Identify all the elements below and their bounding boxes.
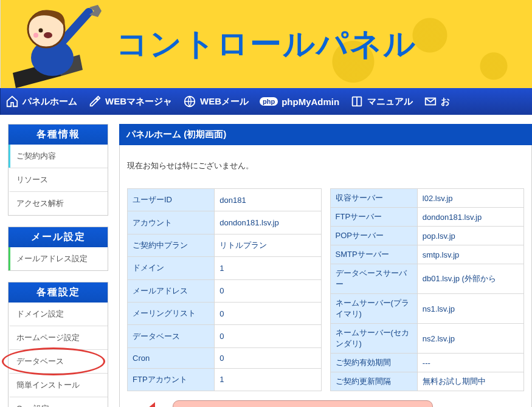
info-value: 1 xyxy=(215,368,321,391)
info-value: dondon181.lsv.jp xyxy=(417,208,523,227)
table-row: 収容サーバーl02.lsv.jp xyxy=(330,189,524,208)
info-key: ご契約有効期間 xyxy=(330,354,417,372)
table-row: ご契約中プランリトルプラン xyxy=(128,234,322,256)
sidebar-section-info: 各種情報 ご契約内容 リソース アクセス解析 xyxy=(8,124,108,216)
nav-phpmyadmin[interactable]: php phpMyAdmin xyxy=(260,97,339,107)
info-key: ユーザーID xyxy=(128,189,215,211)
sidebar-item-database[interactable]: データベース xyxy=(9,349,108,373)
info-value: 無料お試し期間中 xyxy=(417,372,523,391)
table-row: FTPアカウント1 xyxy=(128,368,322,391)
nav-contact[interactable]: お xyxy=(424,95,450,108)
callout-bubble: 「簡単インストール」をクリック xyxy=(173,400,433,407)
svg-point-2 xyxy=(39,29,43,33)
mascot-image xyxy=(1,0,110,88)
info-key: アカウント xyxy=(128,211,215,234)
table-row: ネームサーバー(セカンダリ)ns2.lsv.jp xyxy=(330,324,524,354)
nav-label: WEBマネージャ xyxy=(105,96,172,108)
top-nav: パネルホーム WEBマネージャ WEBメール php phpMyAdmin マニ… xyxy=(0,88,532,115)
nav-label: お xyxy=(441,96,450,108)
nav-web-manager[interactable]: WEBマネージャ xyxy=(88,95,172,108)
sidebar-item-homepage[interactable]: ホームページ設定 xyxy=(9,326,108,349)
header-banner: コントロールパネル xyxy=(0,0,532,88)
info-value: リトルプラン xyxy=(215,234,321,256)
info-key: ご契約更新間隔 xyxy=(330,372,417,391)
banner-title: コントロールパネル xyxy=(110,23,416,66)
sidebar-section-mail: メール設定 メールアドレス設定 xyxy=(8,227,108,271)
info-value: smtp.lsv.jp xyxy=(417,245,523,264)
nav-label: マニュアル xyxy=(367,96,413,108)
info-key: メールアドレス xyxy=(128,279,215,302)
panel-title: パネルホーム (初期画面) xyxy=(119,124,532,145)
nav-manual[interactable]: マニュアル xyxy=(350,95,413,108)
info-key: ネームサーバー(セカンダリ) xyxy=(330,324,417,354)
arrow-left-icon xyxy=(133,402,176,407)
info-value: 0 xyxy=(215,347,321,368)
table-row: FTPサーバーdondon181.lsv.jp xyxy=(330,208,524,227)
table-row: Cron0 xyxy=(128,347,322,368)
info-key: データベース xyxy=(128,325,215,347)
info-key: FTPアカウント xyxy=(128,368,215,391)
info-key: メーリングリスト xyxy=(128,302,215,324)
sidebar-item-contract[interactable]: ご契約内容 xyxy=(9,145,108,168)
info-table-right: 収容サーバーl02.lsv.jpFTPサーバーdondon181.lsv.jpP… xyxy=(330,188,525,391)
main-panel: パネルホーム (初期画面) 現在お知らせは特にございません。 ユーザーIDdon… xyxy=(119,124,532,407)
edit-icon xyxy=(88,95,102,108)
info-key: データベースサーバー xyxy=(330,264,417,294)
sidebar-item-mailaddress[interactable]: メールアドレス設定 xyxy=(9,247,108,270)
info-key: SMTPサーバー xyxy=(330,245,417,264)
sidebar-title: 各種設定 xyxy=(9,282,108,303)
home-icon xyxy=(5,95,19,108)
info-value: l02.lsv.jp xyxy=(417,189,523,208)
sidebar-item-domain[interactable]: ドメイン設定 xyxy=(9,303,108,326)
info-value: don181 xyxy=(215,189,321,211)
info-value: dondon181.lsv.jp xyxy=(215,211,321,234)
table-row: POPサーバーpop.lsv.jp xyxy=(330,227,524,245)
sidebar: 各種情報 ご契約内容 リソース アクセス解析 メール設定 メールアドレス設定 各… xyxy=(8,124,108,407)
table-row: メーリングリスト0 xyxy=(128,302,322,324)
nav-label: パネルホーム xyxy=(22,96,77,108)
sidebar-title: 各種情報 xyxy=(9,125,108,145)
info-value: --- xyxy=(417,354,523,372)
info-value: 0 xyxy=(215,325,321,347)
notice-text: 現在お知らせは特にございません。 xyxy=(127,160,524,171)
info-value: 0 xyxy=(215,302,321,324)
table-row: ご契約更新間隔無料お試し期間中 xyxy=(330,372,524,391)
sidebar-section-settings: 各種設定 ドメイン設定 ホームページ設定 データベース 簡単インストール Cro… xyxy=(8,282,108,407)
table-row: メールアドレス0 xyxy=(128,279,322,302)
table-row: ネームサーバー(プライマリ)ns1.lsv.jp xyxy=(330,294,524,324)
info-key: FTPサーバー xyxy=(330,208,417,227)
info-value: 0 xyxy=(215,279,321,302)
table-row: SMTPサーバーsmtp.lsv.jp xyxy=(330,245,524,264)
table-row: ユーザーIDdon181 xyxy=(128,189,322,211)
info-value: db01.lsv.jp (外部から xyxy=(417,264,523,294)
sidebar-item-access[interactable]: アクセス解析 xyxy=(9,191,108,215)
table-row: データベース0 xyxy=(128,325,322,347)
table-row: アカウントdondon181.lsv.jp xyxy=(128,211,322,234)
info-grid: ユーザーIDdon181アカウントdondon181.lsv.jpご契約中プラン… xyxy=(127,188,524,391)
svg-point-4 xyxy=(33,33,38,38)
book-icon xyxy=(350,95,364,108)
sidebar-title: メール設定 xyxy=(9,227,108,247)
php-icon: php xyxy=(260,97,278,106)
info-value: pop.lsv.jp xyxy=(417,227,523,245)
nav-label: WEBメール xyxy=(200,96,249,108)
info-key: ネームサーバー(プライマリ) xyxy=(330,294,417,324)
table-row: ご契約有効期間--- xyxy=(330,354,524,372)
table-row: ドメイン1 xyxy=(128,257,322,279)
info-value: ns2.lsv.jp xyxy=(417,324,523,354)
nav-web-mail[interactable]: WEBメール xyxy=(183,95,249,108)
info-key: Cron xyxy=(128,347,215,368)
callout-annotation: 「簡単インストール」をクリック xyxy=(127,397,524,407)
globe-mail-icon xyxy=(183,95,196,108)
mail-icon xyxy=(424,95,437,108)
nav-panel-home[interactable]: パネルホーム xyxy=(5,95,77,108)
info-key: ドメイン xyxy=(128,257,215,279)
sidebar-item-cron[interactable]: Cron設定 xyxy=(9,397,108,407)
sidebar-item-easyinstall[interactable]: 簡単インストール xyxy=(9,373,108,397)
info-value: 1 xyxy=(215,257,321,279)
info-table-left: ユーザーIDdon181アカウントdondon181.lsv.jpご契約中プラン… xyxy=(127,188,322,391)
info-key: ご契約中プラン xyxy=(128,234,215,256)
sidebar-item-resource[interactable]: リソース xyxy=(9,168,108,191)
nav-label: phpMyAdmin xyxy=(282,97,339,107)
info-key: 収容サーバー xyxy=(330,189,417,208)
